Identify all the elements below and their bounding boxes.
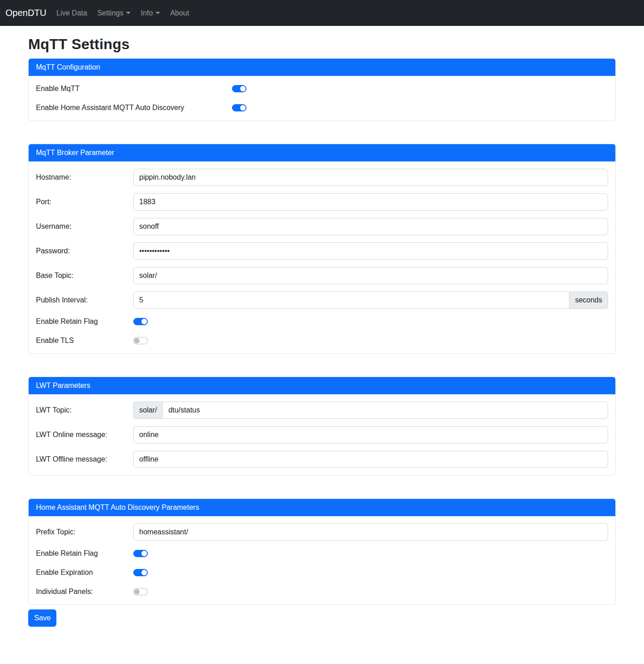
row-enable-mqtt: Enable MqTT [36,83,608,94]
ha-enable-retain-label: Enable Retain Flag [36,548,133,559]
ha-enable-retain-toggle[interactable] [133,550,148,557]
enable-ha-discovery-toggle[interactable] [232,104,247,111]
enable-ha-discovery-label: Enable Home Assistant MQTT Auto Discover… [36,102,232,113]
card-ha-discovery-parameters: Home Assistant MQTT Auto Discovery Param… [28,498,616,605]
brand-opendtu[interactable]: OpenDTU [5,8,46,18]
lwt-topic-input[interactable] [162,402,608,419]
nav-item-settings-label: Settings [97,9,124,17]
card-lwt-parameters: LWT Parameters LWT Topic: solar/ LWT Onl… [28,377,616,476]
lwt-online-input[interactable] [133,426,608,443]
row-enable-expiration: Enable Expiration [36,567,608,578]
card-mqtt-broker-parameter: MqTT Broker Parameter Hostname: Port: Us… [28,144,616,354]
chevron-down-icon [126,12,131,14]
row-enable-tls: Enable TLS [36,335,608,346]
lwt-offline-input[interactable] [133,451,608,468]
card-mqtt-broker-parameter-header: MqTT Broker Parameter [29,144,615,161]
broker-enable-retain-label: Enable Retain Flag [36,316,133,327]
row-hostname: Hostname: [36,169,608,186]
password-input[interactable] [133,242,608,260]
row-individual-panels: Individual Panels: [36,586,608,597]
row-lwt-offline: LWT Offline message: [36,451,608,468]
individual-panels-toggle[interactable] [133,588,148,595]
publish-interval-input[interactable] [133,292,569,309]
username-label: Username: [36,221,133,232]
card-lwt-parameters-header: LWT Parameters [29,377,615,394]
enable-expiration-label: Enable Expiration [36,567,133,578]
enable-mqtt-label: Enable MqTT [36,83,232,94]
row-lwt-topic: LWT Topic: solar/ [36,402,608,419]
row-enable-ha-discovery: Enable Home Assistant MQTT Auto Discover… [36,102,608,113]
nav-item-live-data[interactable]: Live Data [53,5,91,21]
enable-tls-label: Enable TLS [36,335,133,346]
row-password: Password: [36,242,608,260]
base-topic-input[interactable] [133,267,608,284]
row-prefix-topic: Prefix Topic: [36,523,608,541]
lwt-online-label: LWT Online message: [36,429,133,440]
prefix-topic-input[interactable] [133,523,608,541]
page-title: MqTT Settings [28,36,616,53]
enable-expiration-toggle[interactable] [133,569,148,576]
nav-item-live-data-label: Live Data [56,9,87,17]
hostname-input[interactable] [133,169,608,186]
nav-item-about-label: About [170,9,189,17]
individual-panels-label: Individual Panels: [36,586,133,597]
card-mqtt-configuration-header: MqTT Configuration [29,59,615,76]
nav-item-info-label: Info [141,9,153,17]
enable-tls-toggle[interactable] [133,337,148,344]
nav-item-settings[interactable]: Settings [94,5,135,21]
row-base-topic: Base Topic: [36,267,608,284]
enable-mqtt-toggle[interactable] [232,85,247,92]
username-input[interactable] [133,218,608,235]
port-label: Port: [36,196,133,207]
lwt-topic-label: LWT Topic: [36,405,133,416]
row-publish-interval: Publish Interval: seconds [36,292,608,309]
card-mqtt-configuration: MqTT Configuration Enable MqTT Enable Ho… [28,58,616,121]
nav-item-info[interactable]: Info [137,5,164,21]
main-content: MqTT Settings MqTT Configuration Enable … [28,36,616,634]
chevron-down-icon [156,12,160,14]
card-ha-discovery-parameters-header: Home Assistant MQTT Auto Discovery Param… [29,499,615,516]
publish-interval-unit: seconds [569,292,608,309]
row-lwt-online: LWT Online message: [36,426,608,443]
lwt-offline-label: LWT Offline message: [36,454,133,465]
row-username: Username: [36,218,608,235]
hostname-label: Hostname: [36,172,133,183]
row-broker-enable-retain: Enable Retain Flag [36,316,608,327]
prefix-topic-label: Prefix Topic: [36,527,133,538]
base-topic-label: Base Topic: [36,270,133,281]
row-ha-enable-retain: Enable Retain Flag [36,548,608,559]
save-button[interactable]: Save [28,609,56,627]
lwt-topic-prefix: solar/ [133,402,162,419]
row-port: Port: [36,193,608,211]
port-input[interactable] [133,193,608,211]
nav-item-about[interactable]: About [166,5,193,21]
publish-interval-label: Publish Interval: [36,295,133,306]
navbar: OpenDTU Live Data Settings Info About [0,0,644,26]
broker-enable-retain-toggle[interactable] [133,318,148,325]
password-label: Password: [36,246,133,257]
